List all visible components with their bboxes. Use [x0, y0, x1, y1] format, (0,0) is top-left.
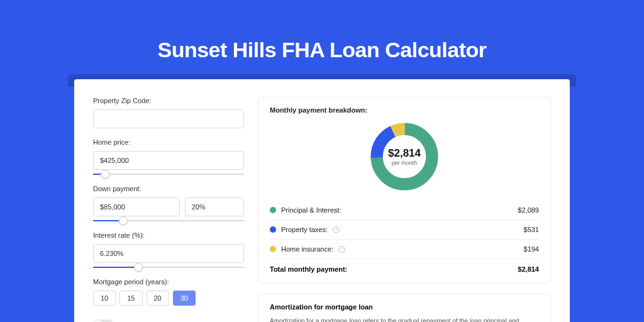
period-option-15[interactable]: 15 — [119, 291, 142, 306]
donut-chart: $2,814 per month — [368, 120, 441, 193]
price-label: Home price: — [93, 138, 244, 146]
info-icon[interactable]: ? — [338, 246, 345, 253]
legend-label: Property taxes: — [281, 226, 328, 233]
legend-row: Principal & Interest:$2,089 — [270, 201, 539, 219]
period-options: 10152030 — [93, 291, 244, 306]
donut-amount: $2,814 — [388, 147, 421, 160]
donut-wrap: $2,814 per month — [270, 119, 539, 201]
calculator-panel: Property Zip Code: Home price: Down paym… — [74, 79, 570, 322]
zip-field: Property Zip Code: — [93, 97, 244, 128]
legend-row: Home insurance:?$194 — [270, 239, 539, 258]
down-percent-input[interactable] — [185, 197, 244, 216]
total-label: Total monthly payment: — [270, 265, 347, 273]
legend-value: $531 — [524, 226, 539, 233]
price-slider-thumb[interactable] — [101, 170, 109, 179]
legend-left: Property taxes:? — [270, 226, 340, 233]
period-option-30[interactable]: 30 — [173, 291, 196, 306]
inputs-column: Property Zip Code: Home price: Down paym… — [93, 97, 244, 322]
down-amount-input[interactable] — [93, 197, 180, 216]
period-field: Mortgage period (years): 10152030 — [93, 278, 244, 306]
zip-input[interactable] — [93, 109, 244, 128]
legend-value: $2,089 — [518, 206, 539, 214]
rate-slider-fill — [93, 267, 138, 268]
page-root: Sunset Hills FHA Loan Calculator Propert… — [0, 0, 644, 322]
rate-field: Interest rate (%): — [93, 231, 244, 268]
total-value: $2,814 — [518, 265, 539, 273]
donut-sub: per month — [388, 160, 421, 166]
legend-dot-icon — [270, 207, 276, 213]
legend-left: Home insurance:? — [270, 245, 345, 253]
results-column: Monthly payment breakdown: $2,814 per mo… — [258, 97, 551, 322]
legend-dot-icon — [270, 226, 276, 233]
breakdown-card: Monthly payment breakdown: $2,814 per mo… — [258, 97, 551, 284]
amortization-title: Amortization for mortgage loan — [270, 303, 539, 311]
down-label: Down payment: — [93, 185, 244, 192]
breakdown-title: Monthly payment breakdown: — [270, 106, 539, 114]
rate-slider-thumb[interactable] — [134, 263, 143, 272]
legend-label: Principal & Interest: — [281, 206, 341, 214]
veteran-row: I am veteran or military — [93, 319, 244, 322]
price-field: Home price: — [93, 138, 244, 175]
amortization-card: Amortization for mortgage loan Amortizat… — [258, 294, 551, 322]
rate-input[interactable] — [93, 244, 244, 263]
period-option-10[interactable]: 10 — [93, 291, 116, 306]
legend-value: $194 — [524, 245, 539, 253]
period-option-20[interactable]: 20 — [147, 291, 169, 306]
period-label: Mortgage period (years): — [93, 278, 244, 286]
zip-label: Property Zip Code: — [93, 97, 244, 104]
donut-center: $2,814 per month — [388, 147, 421, 166]
down-slider[interactable] — [93, 220, 244, 221]
info-icon[interactable]: ? — [333, 226, 340, 233]
rate-label: Interest rate (%): — [93, 231, 244, 239]
amortization-text: Amortization for a mortgage loan refers … — [270, 317, 539, 322]
legend-dot-icon — [270, 246, 276, 252]
down-field: Down payment: — [93, 185, 244, 221]
veteran-toggle[interactable] — [93, 319, 113, 322]
legend-rows: Principal & Interest:$2,089Property taxe… — [270, 201, 539, 258]
rate-slider[interactable] — [93, 267, 244, 268]
page-title: Sunset Hills FHA Loan Calculator — [0, 0, 644, 62]
total-row: Total monthly payment: $2,814 — [270, 258, 539, 274]
price-input[interactable] — [93, 151, 244, 170]
price-slider[interactable] — [93, 174, 244, 175]
down-slider-thumb[interactable] — [119, 216, 128, 225]
legend-left: Principal & Interest: — [270, 206, 341, 214]
legend-row: Property taxes:?$531 — [270, 219, 539, 239]
legend-label: Home insurance: — [281, 245, 333, 253]
